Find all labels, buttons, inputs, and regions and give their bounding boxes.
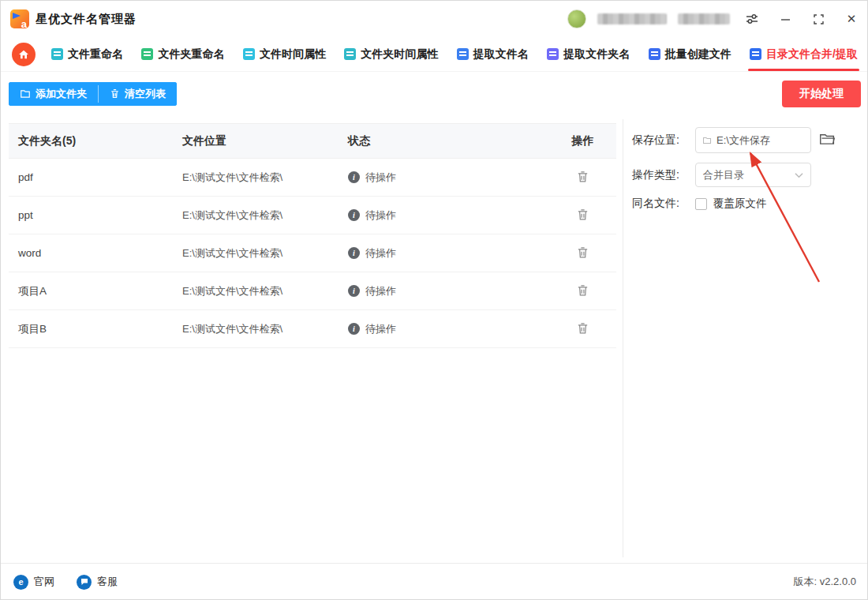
cell-status: i 待操作 — [348, 322, 549, 336]
info-circle-icon: i — [348, 209, 360, 221]
app-title: 星优文件名管理器 — [36, 12, 137, 27]
info-circle-icon: i — [348, 285, 360, 297]
folder-outline-icon — [702, 135, 712, 146]
add-folder-button[interactable]: 添加文件夹 — [9, 82, 98, 106]
tab-extract-filename[interactable]: 提取文件名 — [457, 37, 529, 71]
cell-folder-name: pdf — [9, 171, 182, 183]
trash-icon — [576, 208, 589, 221]
app-logo — [10, 9, 29, 28]
trash-icon — [576, 246, 589, 259]
cell-path: E:\测试文件\文件检索\ — [182, 322, 348, 336]
cell-folder-name: word — [9, 247, 182, 259]
maximize-button[interactable] — [807, 8, 829, 30]
cell-path: E:\测试文件\文件检索\ — [182, 171, 348, 185]
merge-extract-icon — [750, 48, 761, 60]
masked-account-info — [678, 13, 730, 24]
file-rename-icon — [51, 48, 63, 60]
delete-row-button[interactable] — [574, 320, 591, 339]
folder-time-icon — [344, 48, 356, 60]
clear-list-button[interactable]: 清空列表 — [99, 82, 177, 106]
table-row: word E:\测试文件\文件检索\ i 待操作 — [9, 234, 616, 272]
cell-status: i 待操作 — [348, 208, 549, 223]
same-name-label: 同名文件: — [632, 197, 689, 211]
close-button[interactable]: ✕ — [840, 8, 862, 30]
tab-file-time[interactable]: 文件时间属性 — [243, 37, 326, 71]
customer-support-link[interactable]: 客服 — [77, 575, 118, 590]
save-location-field[interactable] — [695, 127, 811, 153]
footer: e 官网 客服 版本: v2.2.0.0 — [1, 563, 868, 600]
operation-type-select[interactable]: 合并目录 — [695, 163, 811, 187]
tab-extract-foldername[interactable]: 提取文件夹名 — [547, 37, 630, 71]
extract-foldername-icon — [547, 48, 559, 60]
trash-icon — [110, 88, 120, 99]
folder-open-icon — [819, 132, 836, 146]
header-action: 操作 — [549, 134, 616, 148]
tab-strip: 文件重命名 文件夹重命名 文件时间属性 文件夹时间属性 提取文件名 提取文件夹名… — [51, 37, 858, 71]
tab-batch-create[interactable]: 批量创建文件 — [649, 37, 731, 71]
cell-folder-name: ppt — [9, 209, 182, 221]
extract-filename-icon — [457, 48, 469, 60]
overwrite-checkbox[interactable] — [695, 198, 707, 210]
save-location-label: 保存位置: — [632, 133, 689, 148]
overwrite-option-label[interactable]: 覆盖原文件 — [713, 197, 767, 211]
toolbar: 添加文件夹 清空列表 开始处理 — [1, 72, 868, 115]
tab-folder-time[interactable]: 文件夹时间属性 — [344, 37, 438, 71]
globe-e-icon: e — [13, 575, 28, 590]
delete-row-button[interactable] — [574, 244, 591, 263]
trash-icon — [576, 170, 589, 183]
table-row: 项目B E:\测试文件\文件检索\ i 待操作 — [9, 310, 616, 348]
file-time-icon — [243, 48, 255, 60]
trash-icon — [576, 321, 589, 335]
tab-file-rename[interactable]: 文件重命名 — [51, 37, 123, 71]
cell-status: i 待操作 — [348, 246, 549, 261]
table-row: pdf E:\测试文件\文件检索\ i 待操作 — [9, 159, 616, 197]
titlebar: 星优文件名管理器 ✕ — [1, 1, 868, 37]
version-label: 版本: v2.2.0.0 — [794, 575, 856, 589]
folder-table: 文件夹名(5) 文件位置 状态 操作 pdf E:\测试文件\文件检索\ i 待… — [9, 123, 616, 348]
info-circle-icon: i — [348, 323, 360, 335]
info-circle-icon: i — [348, 247, 360, 259]
folder-icon — [20, 88, 31, 99]
header-folder-name: 文件夹名(5) — [9, 134, 182, 148]
operation-type-value: 合并目录 — [703, 168, 744, 182]
delete-row-button[interactable] — [574, 282, 591, 301]
home-button[interactable] — [12, 43, 36, 66]
settings-sliders-icon[interactable] — [741, 8, 763, 30]
chat-bubble-icon — [77, 575, 92, 590]
folder-rename-icon — [141, 48, 153, 60]
minimize-button[interactable] — [774, 8, 796, 30]
delete-row-button[interactable] — [574, 206, 591, 225]
header-location: 文件位置 — [182, 134, 348, 148]
options-panel: 保存位置: 操作类型: 合并目录 同名文 — [632, 127, 861, 211]
main-content: 文件夹名(5) 文件位置 状态 操作 pdf E:\测试文件\文件检索\ i 待… — [1, 119, 868, 563]
masked-username — [597, 13, 667, 24]
panel-divider — [623, 119, 623, 557]
operation-type-label: 操作类型: — [632, 168, 689, 182]
trash-icon — [576, 283, 589, 297]
table-header: 文件夹名(5) 文件位置 状态 操作 — [9, 123, 616, 159]
tab-folder-rename[interactable]: 文件夹重命名 — [141, 37, 224, 71]
table-row: ppt E:\测试文件\文件检索\ i 待操作 — [9, 197, 616, 234]
browse-folder-button[interactable] — [817, 130, 837, 150]
cell-path: E:\测试文件\文件检索\ — [182, 284, 348, 298]
cell-path: E:\测试文件\文件检索\ — [182, 246, 348, 261]
nav-bar: 文件重命名 文件夹重命名 文件时间属性 文件夹时间属性 提取文件名 提取文件夹名… — [1, 37, 868, 72]
cell-path: E:\测试文件\文件检索\ — [182, 208, 348, 223]
table-row: 项目A E:\测试文件\文件检索\ i 待操作 — [9, 272, 616, 310]
official-website-link[interactable]: e 官网 — [13, 575, 54, 590]
batch-create-icon — [649, 48, 660, 60]
delete-row-button[interactable] — [574, 168, 591, 187]
chevron-down-icon — [795, 172, 803, 178]
save-location-input[interactable] — [716, 134, 804, 146]
start-processing-button[interactable]: 开始处理 — [782, 81, 861, 107]
cell-status: i 待操作 — [348, 284, 549, 298]
info-circle-icon: i — [348, 171, 360, 183]
cell-status: i 待操作 — [348, 171, 549, 185]
header-status: 状态 — [348, 134, 549, 148]
tab-merge-extract[interactable]: 目录文件合并/提取 — [750, 37, 858, 71]
cell-folder-name: 项目A — [9, 284, 182, 298]
cell-folder-name: 项目B — [9, 322, 182, 336]
user-avatar[interactable] — [567, 9, 586, 28]
